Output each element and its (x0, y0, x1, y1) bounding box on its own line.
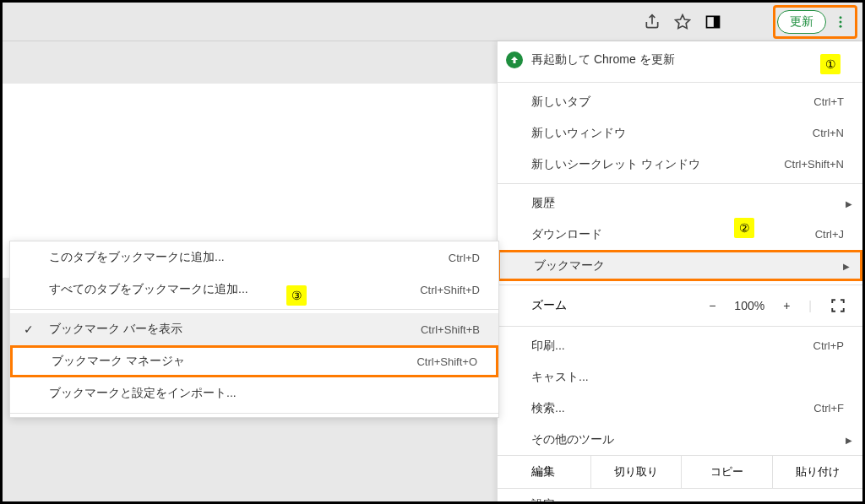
submenu-add-bookmark[interactable]: このタブをブックマークに追加... Ctrl+D (10, 241, 498, 274)
menu-label: 検索... (531, 401, 813, 416)
submenu-label: すべてのタブをブックマークに追加... (49, 282, 420, 297)
menu-shortcut: Ctrl+Shift+N (784, 158, 844, 171)
menu-separator (498, 285, 862, 285)
menu-edit-row: 編集 切り取り コピー 貼り付け (498, 455, 862, 489)
browser-toolbar: 更新 (3, 3, 862, 41)
menu-bookmarks[interactable]: ブックマーク ▶ (498, 250, 862, 281)
zoom-in-button[interactable]: + (783, 299, 790, 312)
update-button[interactable]: 更新 (777, 10, 826, 34)
share-icon[interactable] (643, 13, 661, 31)
menu-separator (498, 326, 862, 327)
edit-paste-button[interactable]: 貼り付け (772, 456, 862, 488)
update-label: 更新 (790, 14, 813, 30)
menu-label: 再起動して Chrome を更新 (531, 52, 844, 68)
menu-history[interactable]: 履歴 ▶ (498, 187, 862, 219)
submenu-label: ブックマークと設定をインポート... (49, 386, 480, 401)
menu-shortcut: Ctrl+N (813, 127, 844, 139)
menu-label: 設定 (531, 497, 844, 505)
chrome-menu: 再起動して Chrome を更新 新しいタブ Ctrl+T 新しいウィンドウ C… (497, 41, 862, 504)
zoom-value: 100% (734, 299, 764, 312)
menu-cast[interactable]: キャスト... (498, 361, 862, 393)
menu-restart-update[interactable]: 再起動して Chrome を更新 (498, 41, 862, 79)
edit-copy-button[interactable]: コピー (681, 456, 771, 488)
menu-new-tab[interactable]: 新しいタブ Ctrl+T (498, 86, 862, 117)
submenu-arrow-icon: ▶ (843, 261, 850, 270)
menu-find[interactable]: 検索... Ctrl+F (498, 393, 862, 424)
zoom-out-button[interactable]: − (709, 299, 715, 312)
menu-separator (498, 82, 862, 83)
menu-label: 新しいタブ (531, 95, 813, 110)
menu-new-window[interactable]: 新しいウィンドウ Ctrl+N (498, 117, 862, 149)
submenu-shortcut: Ctrl+Shift+B (421, 323, 480, 336)
menu-label: 印刷... (531, 339, 813, 354)
menu-label: キャスト... (531, 370, 844, 385)
bookmarks-submenu: このタブをブックマークに追加... Ctrl+D すべてのタブをブックマークに追… (9, 241, 499, 418)
svg-point-4 (840, 16, 842, 19)
menu-shortcut: Ctrl+T (813, 95, 844, 108)
star-icon[interactable] (673, 13, 692, 31)
panel-icon[interactable] (704, 13, 722, 31)
submenu-show-bookmarks-bar[interactable]: ✓ ブックマーク バーを表示 Ctrl+Shift+B (10, 313, 498, 345)
annotation-marker-2: ② (734, 218, 754, 238)
annotation-marker-1: ① (820, 54, 841, 74)
submenu-label: ブックマーク マネージャ (52, 354, 416, 369)
menu-zoom: ズーム − 100% + | (498, 289, 862, 322)
menu-separator (498, 183, 862, 184)
submenu-import-bookmarks[interactable]: ブックマークと設定をインポート... (10, 377, 498, 409)
menu-shortcut: Ctrl+P (813, 339, 844, 352)
svg-point-6 (840, 24, 842, 27)
submenu-separator (10, 413, 498, 414)
submenu-bookmark-manager[interactable]: ブックマーク マネージャ Ctrl+Shift+O (10, 345, 498, 377)
svg-point-5 (840, 20, 842, 23)
menu-label: 新しいウィンドウ (531, 126, 813, 141)
submenu-shortcut: Ctrl+Shift+D (420, 284, 480, 296)
submenu-label: このタブをブックマークに追加... (49, 250, 449, 265)
menu-print[interactable]: 印刷... Ctrl+P (498, 330, 862, 361)
zoom-controls: − 100% + | (709, 298, 862, 313)
menu-shortcut: Ctrl+J (815, 228, 844, 241)
fullscreen-icon[interactable] (830, 298, 846, 313)
menu-more-tools[interactable]: その他のツール ▶ (498, 424, 862, 455)
update-and-more-highlight: 更新 (773, 5, 857, 39)
submenu-separator (10, 309, 498, 310)
submenu-arrow-icon: ▶ (846, 435, 852, 444)
submenu-shortcut: Ctrl+D (449, 252, 480, 264)
submenu-label: ブックマーク バーを表示 (49, 322, 421, 337)
menu-label: 新しいシークレット ウィンドウ (531, 157, 784, 172)
menu-label: ダウンロード (531, 227, 815, 242)
annotation-marker-3: ③ (286, 285, 307, 306)
more-menu-button[interactable] (828, 9, 853, 35)
check-icon: ✓ (24, 322, 34, 336)
menu-shortcut: Ctrl+F (813, 402, 844, 415)
svg-rect-3 (714, 16, 720, 27)
menu-label: 編集 (498, 456, 590, 488)
submenu-arrow-icon: ▶ (846, 198, 852, 208)
menu-downloads[interactable]: ダウンロード Ctrl+J (498, 219, 862, 250)
menu-label: 履歴 (531, 196, 844, 211)
submenu-shortcut: Ctrl+Shift+O (416, 355, 477, 368)
menu-settings[interactable]: 設定 (498, 489, 862, 504)
menu-label: ブックマーク (534, 258, 841, 274)
menu-label: ズーム (498, 298, 709, 313)
submenu-add-all-bookmarks[interactable]: すべてのタブをブックマークに追加... Ctrl+Shift+D (10, 274, 498, 306)
menu-label: その他のツール (531, 432, 844, 447)
svg-marker-1 (676, 14, 690, 28)
edit-cut-button[interactable]: 切り取り (590, 456, 681, 488)
update-arrow-icon (506, 51, 523, 68)
menu-new-incognito[interactable]: 新しいシークレット ウィンドウ Ctrl+Shift+N (498, 149, 862, 180)
